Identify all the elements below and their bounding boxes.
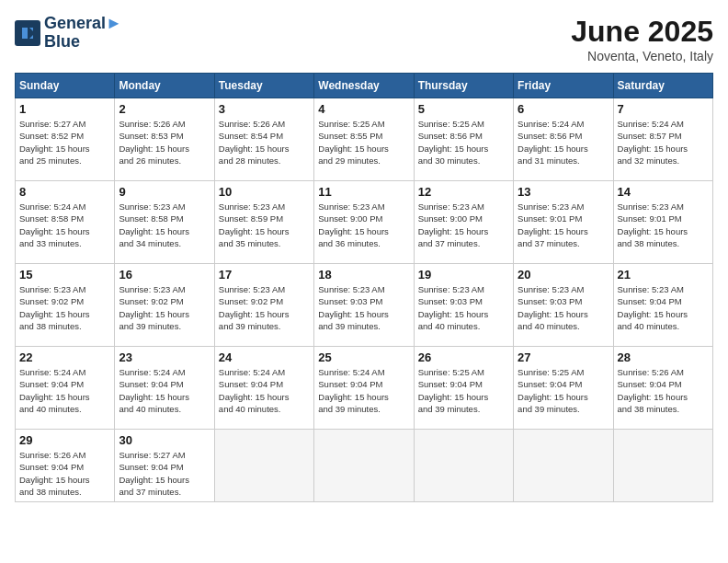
calendar-day-20: 20Sunrise: 5:23 AMSunset: 9:03 PMDayligh… (514, 264, 613, 347)
calendar-header-saturday: Saturday (613, 74, 712, 98)
calendar-week-1: 1Sunrise: 5:27 AMSunset: 8:52 PMDaylight… (16, 98, 713, 181)
day-number: 3 (219, 102, 310, 116)
day-number: 13 (518, 185, 609, 199)
calendar-day-empty (414, 430, 513, 502)
day-number: 26 (418, 350, 509, 364)
calendar-day-6: 6Sunrise: 5:24 AMSunset: 8:56 PMDaylight… (514, 98, 613, 181)
calendar-header-monday: Monday (115, 74, 214, 98)
day-info: Sunrise: 5:25 AMSunset: 9:04 PMDaylight:… (518, 366, 609, 415)
day-number: 17 (219, 268, 310, 282)
calendar-day-21: 21Sunrise: 5:23 AMSunset: 9:04 PMDayligh… (613, 264, 712, 347)
day-number: 7 (618, 102, 709, 116)
day-number: 8 (19, 185, 110, 199)
day-info: Sunrise: 5:26 AMSunset: 8:54 PMDaylight:… (219, 118, 310, 167)
day-info: Sunrise: 5:24 AMSunset: 9:04 PMDaylight:… (219, 366, 310, 415)
calendar-day-empty (613, 430, 712, 502)
calendar-day-29: 29Sunrise: 5:26 AMSunset: 9:04 PMDayligh… (16, 430, 115, 502)
day-info: Sunrise: 5:23 AMSunset: 9:00 PMDaylight:… (318, 201, 409, 249)
day-number: 11 (318, 185, 409, 199)
calendar-day-5: 5Sunrise: 5:25 AMSunset: 8:56 PMDaylight… (414, 98, 513, 181)
calendar-day-30: 30Sunrise: 5:27 AMSunset: 9:04 PMDayligh… (115, 430, 214, 502)
calendar-week-4: 22Sunrise: 5:24 AMSunset: 9:04 PMDayligh… (16, 347, 713, 430)
day-info: Sunrise: 5:23 AMSunset: 9:02 PMDaylight:… (219, 283, 310, 332)
day-number: 20 (518, 268, 609, 282)
day-number: 14 (618, 185, 709, 199)
day-number: 12 (418, 185, 509, 199)
day-number: 6 (518, 102, 609, 116)
calendar-day-18: 18Sunrise: 5:23 AMSunset: 9:03 PMDayligh… (314, 264, 414, 347)
calendar-day-11: 11Sunrise: 5:23 AMSunset: 9:00 PMDayligh… (314, 181, 414, 264)
month-title: June 2025 (571, 15, 713, 49)
calendar-day-7: 7Sunrise: 5:24 AMSunset: 8:57 PMDaylight… (613, 98, 712, 181)
day-info: Sunrise: 5:25 AMSunset: 8:55 PMDaylight:… (318, 118, 409, 167)
day-number: 5 (418, 102, 509, 116)
day-info: Sunrise: 5:23 AMSunset: 9:03 PMDaylight:… (418, 283, 509, 332)
calendar-day-28: 28Sunrise: 5:26 AMSunset: 9:04 PMDayligh… (613, 347, 712, 430)
calendar-week-2: 8Sunrise: 5:24 AMSunset: 8:58 PMDaylight… (16, 181, 713, 264)
day-info: Sunrise: 5:24 AMSunset: 9:04 PMDaylight:… (318, 366, 409, 415)
day-info: Sunrise: 5:27 AMSunset: 8:52 PMDaylight:… (19, 118, 110, 167)
calendar-header-row: SundayMondayTuesdayWednesdayThursdayFrid… (16, 74, 713, 98)
calendar-day-19: 19Sunrise: 5:23 AMSunset: 9:03 PMDayligh… (414, 264, 513, 347)
calendar-body: 1Sunrise: 5:27 AMSunset: 8:52 PMDaylight… (16, 98, 713, 502)
day-number: 15 (19, 268, 110, 282)
day-info: Sunrise: 5:23 AMSunset: 9:04 PMDaylight:… (618, 283, 709, 332)
day-info: Sunrise: 5:24 AMSunset: 8:57 PMDaylight:… (618, 118, 709, 167)
calendar-header-tuesday: Tuesday (214, 74, 313, 98)
calendar-day-24: 24Sunrise: 5:24 AMSunset: 9:04 PMDayligh… (214, 347, 313, 430)
day-number: 24 (219, 350, 310, 364)
calendar-day-2: 2Sunrise: 5:26 AMSunset: 8:53 PMDaylight… (115, 98, 214, 181)
calendar-day-16: 16Sunrise: 5:23 AMSunset: 9:02 PMDayligh… (115, 264, 214, 347)
day-number: 22 (19, 350, 110, 364)
calendar-day-9: 9Sunrise: 5:23 AMSunset: 8:58 PMDaylight… (115, 181, 214, 264)
title-block: June 2025 Noventa, Veneto, Italy (571, 15, 713, 63)
day-info: Sunrise: 5:26 AMSunset: 8:53 PMDaylight:… (119, 118, 210, 167)
logo-text: General► Blue (44, 15, 122, 52)
calendar-week-5: 29Sunrise: 5:26 AMSunset: 9:04 PMDayligh… (16, 430, 713, 502)
day-number: 16 (119, 268, 210, 282)
calendar-day-25: 25Sunrise: 5:24 AMSunset: 9:04 PMDayligh… (314, 347, 414, 430)
logo: General► Blue (15, 15, 122, 52)
calendar-day-26: 26Sunrise: 5:25 AMSunset: 9:04 PMDayligh… (414, 347, 513, 430)
page-header: General► Blue June 2025 Noventa, Veneto,… (15, 15, 713, 63)
calendar-day-27: 27Sunrise: 5:25 AMSunset: 9:04 PMDayligh… (514, 347, 613, 430)
calendar-day-8: 8Sunrise: 5:24 AMSunset: 8:58 PMDaylight… (16, 181, 115, 264)
day-info: Sunrise: 5:25 AMSunset: 9:04 PMDaylight:… (418, 366, 509, 415)
day-number: 25 (318, 350, 409, 364)
calendar-header-wednesday: Wednesday (314, 74, 414, 98)
day-number: 27 (518, 350, 609, 364)
day-number: 18 (318, 268, 409, 282)
calendar-day-17: 17Sunrise: 5:23 AMSunset: 9:02 PMDayligh… (214, 264, 313, 347)
day-number: 29 (19, 433, 110, 447)
day-info: Sunrise: 5:25 AMSunset: 8:56 PMDaylight:… (418, 118, 509, 167)
day-info: Sunrise: 5:23 AMSunset: 9:01 PMDaylight:… (518, 201, 609, 249)
location: Noventa, Veneto, Italy (571, 49, 713, 63)
day-number: 1 (19, 102, 110, 116)
day-info: Sunrise: 5:23 AMSunset: 8:58 PMDaylight:… (119, 201, 210, 249)
day-info: Sunrise: 5:23 AMSunset: 8:59 PMDaylight:… (219, 201, 310, 249)
calendar-day-22: 22Sunrise: 5:24 AMSunset: 9:04 PMDayligh… (16, 347, 115, 430)
day-info: Sunrise: 5:24 AMSunset: 9:04 PMDaylight:… (119, 366, 210, 415)
day-info: Sunrise: 5:23 AMSunset: 9:02 PMDaylight:… (19, 283, 110, 332)
day-number: 9 (119, 185, 210, 199)
calendar-day-empty (514, 430, 613, 502)
day-info: Sunrise: 5:24 AMSunset: 8:58 PMDaylight:… (19, 201, 110, 249)
day-info: Sunrise: 5:23 AMSunset: 9:03 PMDaylight:… (518, 283, 609, 332)
calendar-day-14: 14Sunrise: 5:23 AMSunset: 9:01 PMDayligh… (613, 181, 712, 264)
day-info: Sunrise: 5:24 AMSunset: 8:56 PMDaylight:… (518, 118, 609, 167)
day-info: Sunrise: 5:27 AMSunset: 9:04 PMDaylight:… (119, 449, 210, 498)
logo-icon (15, 20, 40, 46)
calendar-table: SundayMondayTuesdayWednesdayThursdayFrid… (15, 73, 713, 502)
calendar-day-empty (314, 430, 414, 502)
day-info: Sunrise: 5:26 AMSunset: 9:04 PMDaylight:… (19, 449, 110, 498)
day-info: Sunrise: 5:23 AMSunset: 9:02 PMDaylight:… (119, 283, 210, 332)
calendar-day-4: 4Sunrise: 5:25 AMSunset: 8:55 PMDaylight… (314, 98, 414, 181)
calendar-day-15: 15Sunrise: 5:23 AMSunset: 9:02 PMDayligh… (16, 264, 115, 347)
calendar-day-empty (214, 430, 313, 502)
day-number: 21 (618, 268, 709, 282)
day-info: Sunrise: 5:23 AMSunset: 9:01 PMDaylight:… (618, 201, 709, 249)
day-info: Sunrise: 5:26 AMSunset: 9:04 PMDaylight:… (618, 366, 709, 415)
day-number: 2 (119, 102, 210, 116)
calendar-day-1: 1Sunrise: 5:27 AMSunset: 8:52 PMDaylight… (16, 98, 115, 181)
day-number: 4 (318, 102, 409, 116)
